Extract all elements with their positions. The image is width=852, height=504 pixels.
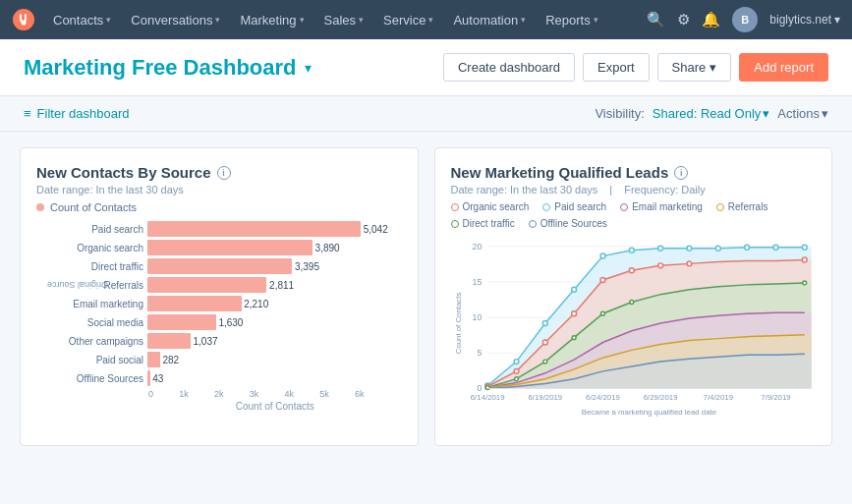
bar-fill: [147, 314, 216, 330]
svg-point-33: [802, 257, 807, 262]
svg-point-32: [687, 261, 692, 266]
bar-track: 282: [147, 352, 402, 367]
legend-offline-icon: [529, 220, 537, 228]
svg-point-17: [600, 253, 605, 258]
legend-email: Email marketing: [620, 201, 703, 212]
nav-automation[interactable]: Automation ▾: [443, 0, 536, 39]
bar-fill: [147, 240, 312, 255]
svg-point-29: [600, 278, 605, 283]
svg-point-36: [542, 360, 546, 364]
svg-point-1: [22, 21, 27, 26]
filter-right: Visibility: Shared: Read Only ▾ Actions …: [595, 106, 828, 121]
visibility-value[interactable]: Shared: Read Only ▾: [653, 106, 770, 121]
svg-point-30: [629, 268, 634, 273]
nav-service[interactable]: Service ▾: [373, 0, 443, 39]
service-chevron-icon: ▾: [428, 15, 433, 25]
header-actions: Create dashboard Export Share ▾ Add repo…: [443, 53, 828, 82]
bar-fill: [147, 296, 242, 311]
new-contacts-card: New Contacts By Source i Date range: In …: [20, 147, 419, 446]
sales-chevron-icon: ▾: [359, 15, 364, 25]
bar-row: Paid social282: [60, 352, 402, 367]
bar-row: Paid search5,042: [60, 221, 402, 237]
hubspot-logo[interactable]: [12, 8, 35, 31]
bar-label: Referrals: [60, 280, 143, 291]
bar-row: Social media1,630: [60, 314, 402, 330]
legend-offline: Offline Sources: [529, 218, 607, 229]
bar-label: Email marketing: [60, 299, 143, 309]
avatar[interactable]: B: [732, 7, 758, 32]
bar-label: Paid social: [60, 355, 143, 365]
chart2-legends: Organic search Paid search Email marketi…: [451, 201, 817, 229]
line-chart: 20 15 10 5 0 Count of Contacts: [451, 237, 817, 429]
bar-fill: [147, 352, 160, 367]
svg-point-27: [542, 340, 547, 345]
create-dashboard-button[interactable]: Create dashboard: [443, 53, 575, 82]
bar-label: Organic search: [60, 243, 143, 253]
svg-point-21: [715, 246, 720, 251]
bar-value: 1,630: [218, 317, 243, 328]
svg-point-37: [572, 336, 576, 340]
legend-direct: Direct traffic: [451, 218, 515, 229]
card1-title: New Contacts By Source i: [36, 164, 402, 181]
page-header: Marketing Free Dashboard ▾ Create dashbo…: [0, 39, 852, 96]
navbar: Contacts ▾ Conversations ▾ Marketing ▾ S…: [0, 0, 852, 39]
bar-track: 43: [147, 370, 402, 386]
legend-paid-icon: [542, 203, 550, 211]
svg-text:6/24/2019: 6/24/2019: [586, 393, 620, 402]
bar-value: 3,395: [295, 261, 319, 272]
svg-text:7/4/2019: 7/4/2019: [703, 393, 732, 402]
settings-icon[interactable]: ⚙: [677, 11, 690, 28]
bar-label: Direct traffic: [60, 261, 143, 272]
bar-label: Social media: [60, 317, 143, 328]
bar-row: Referrals2,811: [60, 277, 402, 293]
bar-label: Paid search: [60, 224, 143, 235]
bar-chart-inner: Paid search5,042Organic search3,890Direc…: [60, 221, 402, 412]
svg-point-16: [571, 287, 576, 292]
visibility-chevron-icon: ▾: [763, 106, 769, 121]
bar-track: 2,210: [147, 296, 402, 311]
svg-point-0: [13, 9, 34, 30]
actions-button[interactable]: Actions ▾: [777, 106, 828, 121]
legend-referrals: Referrals: [716, 201, 768, 212]
svg-point-40: [802, 281, 806, 285]
automation-chevron-icon: ▾: [521, 15, 526, 25]
bar-row: Offline Sources43: [60, 370, 402, 386]
card2-title: New Marketing Qualified Leads i: [451, 164, 817, 181]
svg-text:7/9/2019: 7/9/2019: [761, 393, 790, 402]
conversations-chevron-icon: ▾: [215, 15, 220, 25]
svg-point-20: [687, 246, 692, 251]
filter-bar: ≡ Filter dashboard Visibility: Shared: R…: [0, 96, 852, 132]
bar-value: 43: [152, 373, 163, 384]
svg-point-26: [514, 368, 519, 373]
bar-fill: [147, 277, 266, 293]
svg-text:Count of Contacts: Count of Contacts: [453, 293, 462, 355]
filter-icon: ≡: [24, 106, 31, 121]
svg-text:5: 5: [477, 348, 482, 358]
svg-text:10: 10: [472, 312, 482, 322]
new-mql-card: New Marketing Qualified Leads i Date ran…: [434, 147, 833, 446]
filter-dashboard-button[interactable]: ≡ Filter dashboard: [24, 106, 130, 121]
nav-contacts[interactable]: Contacts ▾: [43, 0, 121, 39]
title-chevron-icon[interactable]: ▾: [305, 60, 312, 76]
account-name[interactable]: biglytics.net ▾: [769, 13, 840, 27]
chart2-info-icon[interactable]: i: [674, 166, 688, 180]
bar-row: Organic search3,890: [60, 240, 402, 255]
notifications-icon[interactable]: 🔔: [702, 11, 720, 28]
bar-value: 2,210: [244, 299, 268, 309]
nav-marketing[interactable]: Marketing ▾: [230, 0, 313, 39]
svg-point-22: [744, 245, 749, 250]
add-report-button[interactable]: Add report: [739, 53, 828, 82]
search-icon[interactable]: 🔍: [647, 11, 665, 28]
chart1-info-icon[interactable]: i: [217, 166, 231, 180]
bar-track: 2,811: [147, 277, 402, 293]
svg-point-39: [629, 301, 633, 305]
dashboard: New Contacts By Source i Date range: In …: [0, 132, 852, 462]
export-button[interactable]: Export: [583, 53, 650, 82]
contacts-chevron-icon: ▾: [106, 15, 111, 25]
nav-sales[interactable]: Sales ▾: [314, 0, 374, 39]
share-button[interactable]: Share ▾: [657, 53, 732, 82]
svg-text:6/14/2019: 6/14/2019: [470, 393, 504, 402]
svg-text:6/19/2019: 6/19/2019: [528, 393, 562, 402]
nav-conversations[interactable]: Conversations ▾: [121, 0, 230, 39]
nav-reports[interactable]: Reports ▾: [536, 0, 608, 39]
